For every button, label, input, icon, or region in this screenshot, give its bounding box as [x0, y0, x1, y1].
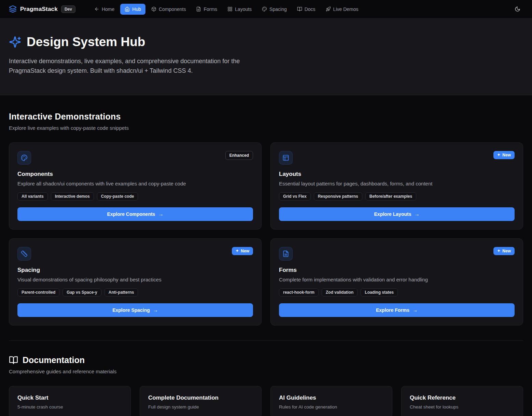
- tag: react-hook-form: [279, 288, 319, 296]
- tag: Responsive patterns: [314, 192, 362, 200]
- doc-card-quick-reference[interactable]: Quick Reference Cheat sheet for lookups: [401, 386, 523, 416]
- new-badge: ✦ New: [493, 247, 515, 255]
- nav-item-label: Live Demos: [333, 6, 359, 12]
- doc-card-title: AI Guidelines: [279, 394, 384, 401]
- nav-item-docs[interactable]: Docs: [293, 4, 320, 15]
- sparkles-icon: ✦: [236, 249, 239, 253]
- new-badge: ✦ New: [493, 151, 515, 159]
- tag: Parent-controlled: [17, 288, 59, 296]
- nav-item-label: Layouts: [235, 6, 252, 12]
- page-subtitle: Interactive demonstrations, live example…: [9, 57, 267, 76]
- nav-item-hub[interactable]: Hub: [120, 4, 145, 15]
- status-badge: Enhanced: [225, 151, 253, 160]
- docs-card-grid: Quick Start 5-minute crash course Comple…: [9, 386, 523, 416]
- ruler-icon: [17, 247, 31, 261]
- doc-card-ai-guidelines[interactable]: AI Guidelines Rules for AI code generati…: [270, 386, 392, 416]
- demo-card-components: Enhanced Components Explore all shadcn/u…: [9, 142, 262, 230]
- file-text-icon: [196, 6, 201, 12]
- doc-card-title: Quick Reference: [410, 394, 515, 401]
- demo-card-layouts: ✦ New Layouts Essential layout patterns …: [270, 142, 523, 230]
- docs-heading-text: Documentation: [23, 355, 85, 365]
- env-badge: Dev: [61, 5, 75, 13]
- page-title: Design System Hub: [9, 35, 523, 49]
- arrow-right-icon: →: [158, 211, 163, 217]
- sparkles-icon: [9, 36, 21, 48]
- box-icon: [151, 6, 156, 12]
- page-title-text: Design System Hub: [27, 35, 145, 49]
- badge-label: New: [502, 153, 511, 157]
- arrow-right-icon: →: [412, 307, 418, 313]
- tag: Loading states: [361, 288, 398, 296]
- docs-heading: Documentation: [9, 355, 523, 365]
- demos-heading: Interactive Demonstrations: [9, 112, 523, 122]
- nav-item-label: Home: [102, 6, 114, 12]
- theme-toggle-button[interactable]: [512, 3, 523, 15]
- card-title: Layouts: [279, 171, 515, 178]
- tag: Copy-paste code: [97, 192, 138, 200]
- demo-card-forms: ✦ New Forms Complete form implementation…: [270, 238, 523, 325]
- new-badge: ✦ New: [232, 247, 253, 255]
- palette-icon: [17, 151, 31, 165]
- nav-item-label: Forms: [204, 6, 217, 12]
- card-description: Essential layout patterns for pages, das…: [279, 181, 515, 186]
- card-description: Explore all shadcn/ui components with li…: [17, 181, 253, 186]
- button-label: Explore Forms: [376, 307, 409, 313]
- navbar: PragmaStack Dev Home Hub Components Fo: [0, 0, 532, 18]
- card-description: Complete form implementations with valid…: [279, 277, 515, 282]
- palette-icon: [262, 6, 267, 12]
- explore-layouts-button[interactable]: Explore Layouts →: [279, 207, 515, 221]
- rocket-icon: [326, 6, 331, 12]
- brand-name: PragmaStack: [20, 6, 58, 13]
- main-content: Interactive Demonstrations Explore live …: [0, 95, 532, 416]
- tag: Grid vs Flex: [279, 192, 311, 200]
- nav-item-layouts[interactable]: Layouts: [223, 4, 256, 15]
- button-label: Explore Spacing: [112, 307, 150, 313]
- hero: Design System Hub Interactive demonstrat…: [0, 18, 532, 95]
- moon-icon: [515, 6, 520, 12]
- brand[interactable]: PragmaStack Dev: [9, 5, 75, 13]
- badge-label: New: [241, 249, 249, 253]
- demo-card-grid: Enhanced Components Explore all shadcn/u…: [9, 142, 523, 325]
- nav-item-components[interactable]: Components: [147, 4, 190, 15]
- nav-item-label: Hub: [132, 6, 141, 12]
- layout-grid-icon: [227, 6, 233, 12]
- tag: Zod validation: [322, 288, 358, 296]
- demos-subheading: Explore live examples with copy-paste co…: [9, 125, 523, 131]
- explore-components-button[interactable]: Explore Components →: [17, 207, 253, 221]
- tag-list: Parent-controlled Gap vs Space-y Anti-pa…: [17, 288, 253, 296]
- demo-card-spacing: ✦ New Spacing Visual demonstrations of s…: [9, 238, 262, 325]
- tag: Anti-patterns: [104, 288, 138, 296]
- explore-forms-button[interactable]: Explore Forms →: [279, 303, 515, 317]
- tag: Before/after examples: [365, 192, 416, 200]
- file-text-icon: [279, 247, 293, 261]
- button-label: Explore Components: [107, 211, 155, 217]
- nav-item-forms[interactable]: Forms: [192, 4, 222, 15]
- nav-item-label: Spacing: [269, 6, 287, 12]
- nav-item-live-demos[interactable]: Live Demos: [321, 4, 363, 15]
- nav-item-home[interactable]: Home: [90, 4, 119, 15]
- doc-card-title: Quick Start: [17, 394, 122, 401]
- book-open-icon: [9, 356, 18, 365]
- nav-item-label: Components: [159, 6, 186, 12]
- card-description: Visual demonstrations of spacing philoso…: [17, 277, 253, 282]
- card-title: Forms: [279, 267, 515, 274]
- tag-list: All variants Interactive demos Copy-past…: [17, 192, 253, 200]
- badge-label: New: [502, 249, 511, 253]
- card-title: Components: [17, 171, 253, 178]
- explore-spacing-button[interactable]: Explore Spacing →: [17, 303, 253, 317]
- sparkles-icon: ✦: [497, 249, 500, 253]
- card-title: Spacing: [17, 267, 253, 274]
- nav-item-spacing[interactable]: Spacing: [257, 4, 291, 15]
- sparkles-icon: ✦: [497, 153, 500, 157]
- doc-card-quick-start[interactable]: Quick Start 5-minute crash course: [9, 386, 131, 416]
- button-label: Explore Layouts: [374, 211, 411, 217]
- book-open-icon: [297, 6, 302, 12]
- doc-card-description: Full design system guide: [148, 404, 253, 410]
- doc-card-title: Complete Documentation: [148, 394, 253, 401]
- nav-item-label: Docs: [305, 6, 316, 12]
- doc-card-description: Cheat sheet for lookups: [410, 404, 515, 410]
- layout-panel-icon: [279, 151, 293, 165]
- arrow-left-icon: [94, 6, 99, 12]
- doc-card-description: Rules for AI code generation: [279, 404, 384, 410]
- doc-card-complete-documentation[interactable]: Complete Documentation Full design syste…: [140, 386, 262, 416]
